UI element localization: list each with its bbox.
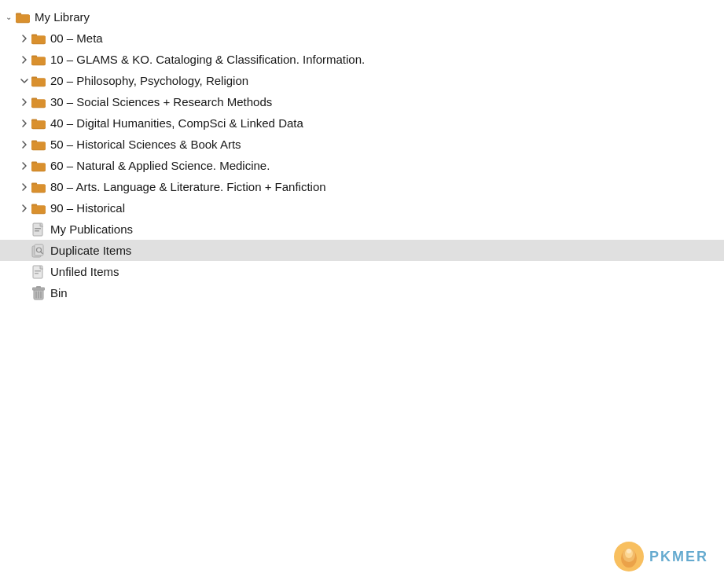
- bin-icon-bin: [31, 287, 46, 300]
- folder-icon-philosophy: [31, 75, 46, 87]
- item-label-unfiled: Unfiled Items: [50, 265, 119, 278]
- item-label-historical-sciences: 50 – Historical Sciences & Book Arts: [50, 138, 241, 151]
- library-tree: ⌄ My Library 00 – Meta 10 – GLAMS & KO. …: [0, 0, 724, 310]
- svg-point-50: [627, 549, 631, 553]
- chevron-glams-icon: [19, 54, 30, 65]
- tree-item-unfiled[interactable]: Unfiled Items: [0, 261, 724, 282]
- svg-rect-26: [31, 184, 46, 192]
- tree-item-historical-sciences[interactable]: 50 – Historical Sciences & Book Arts: [0, 134, 724, 155]
- tree-item-natural[interactable]: 60 – Natural & Applied Science. Medicine…: [0, 155, 724, 176]
- svg-rect-5: [31, 35, 46, 43]
- chevron-digital-icon: [19, 118, 30, 129]
- svg-rect-42: [36, 286, 41, 288]
- chevron-natural-icon: [19, 160, 30, 171]
- pkmer-text: PKMER: [649, 549, 708, 565]
- item-label-glams: 10 – GLAMS & KO. Cataloging & Classifica…: [50, 53, 365, 66]
- chevron-root: ⌄: [3, 12, 14, 23]
- item-label-bin: Bin: [50, 286, 68, 300]
- svg-rect-8: [31, 57, 46, 64]
- folder-icon-meta: [31, 32, 46, 45]
- item-label-meta: 00 – Meta: [50, 31, 103, 45]
- svg-rect-17: [31, 120, 46, 128]
- folder-icon-natural: [31, 160, 46, 172]
- tree-item-bin[interactable]: Bin: [0, 282, 724, 303]
- smart-group-icon-duplicates: [31, 244, 46, 257]
- unfiled-icon-unfiled: [31, 266, 46, 278]
- tree-item-duplicates[interactable]: Duplicate Items: [0, 240, 724, 261]
- svg-rect-2: [16, 14, 30, 22]
- tree-item-historical[interactable]: 90 – Historical: [0, 197, 724, 219]
- svg-rect-39: [35, 273, 39, 274]
- item-label-arts: 80 – Arts. Language & Literature. Fictio…: [50, 180, 326, 193]
- library-root-label: My Library: [35, 10, 90, 24]
- folder-icon-arts: [31, 181, 46, 193]
- svg-rect-14: [31, 99, 46, 107]
- svg-rect-38: [35, 270, 41, 272]
- item-label-philosophy: 20 – Philosophy, Psychology, Religion: [50, 74, 248, 87]
- tree-item-digital[interactable]: 40 – Digital Humanities, CompSci & Linke…: [0, 112, 724, 134]
- tree-item-arts[interactable]: 80 – Arts. Language & Literature. Fictio…: [0, 176, 724, 197]
- chevron-meta-icon: [19, 33, 30, 44]
- item-label-publications: My Publications: [50, 222, 133, 236]
- svg-rect-20: [31, 141, 46, 149]
- chevron-social-icon: [19, 97, 30, 108]
- folder-icon-historical: [31, 202, 46, 215]
- item-label-duplicates: Duplicate Items: [50, 244, 131, 257]
- item-label-historical: 90 – Historical: [50, 201, 125, 215]
- folder-icon-social: [31, 96, 46, 108]
- tree-item-publications[interactable]: My Publications: [0, 219, 724, 240]
- tree-item-glams[interactable]: 10 – GLAMS & KO. Cataloging & Classifica…: [0, 49, 724, 70]
- tree-item-social[interactable]: 30 – Social Sciences + Research Methods: [0, 91, 724, 112]
- svg-rect-29: [31, 205, 46, 213]
- tree-item-philosophy[interactable]: 20 – Philosophy, Psychology, Religion: [0, 70, 724, 91]
- tree-children: 00 – Meta 10 – GLAMS & KO. Cataloging & …: [0, 28, 724, 303]
- folder-filled-icon: [16, 11, 30, 24]
- chevron-philosophy-icon: [19, 75, 30, 86]
- item-label-social: 30 – Social Sciences + Research Methods: [50, 95, 272, 108]
- item-label-digital: 40 – Digital Humanities, CompSci & Linke…: [50, 116, 303, 130]
- chevron-historical-sciences-icon: [19, 139, 30, 150]
- svg-rect-23: [31, 163, 46, 171]
- chevron-historical-icon: [19, 203, 30, 214]
- chevron-arts-icon: [19, 182, 30, 193]
- folder-icon-glams: [31, 53, 46, 66]
- item-label-natural: 60 – Natural & Applied Science. Medicine…: [50, 159, 270, 172]
- svg-rect-11: [31, 78, 46, 86]
- pkmer-logo-icon: [613, 541, 645, 572]
- folder-icon-digital: [31, 117, 46, 130]
- folder-icon-historical-sciences: [31, 138, 46, 151]
- document-icon-publications: [31, 223, 46, 236]
- library-root[interactable]: ⌄ My Library: [0, 6, 724, 28]
- tree-item-meta[interactable]: 00 – Meta: [0, 28, 724, 49]
- svg-rect-34: [35, 244, 43, 255]
- svg-rect-32: [35, 230, 39, 232]
- pkmer-watermark: PKMER: [613, 541, 708, 572]
- svg-rect-31: [35, 228, 41, 230]
